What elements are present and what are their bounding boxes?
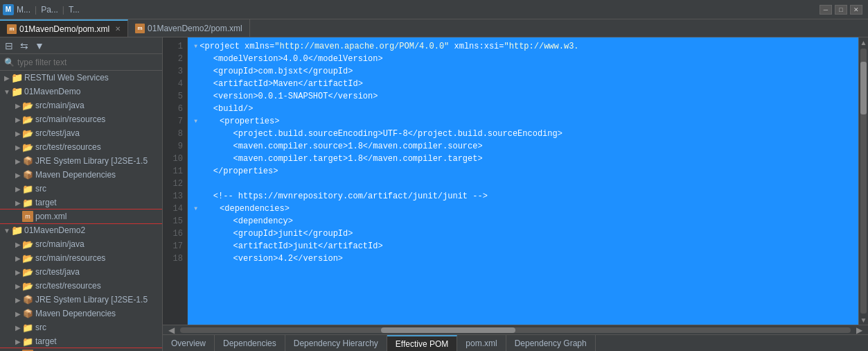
minimize-button[interactable]: ─ [820,5,832,15]
right-scroll-track [860,49,867,314]
sidebar-label-src-test-java2: src/test/java [35,267,80,277]
sidebar-item-src-test-java[interactable]: ▶ 📂 src/test/java [0,126,162,140]
app-title: M... [17,5,30,15]
search-icon: 🔍 [4,58,15,67]
search-box: 🔍 [0,54,162,71]
folder-icon-src-test-res: 📂 [22,142,33,153]
sidebar-item-maven-dep2[interactable]: ▶ 📦 Maven Dependencies [0,307,162,320]
code-line-5: <version>0.0.1-SNAPSHOT</version> [193,90,853,103]
sidebar-item-src2[interactable]: ▶ 📁 src [0,320,162,334]
scroll-right-button[interactable]: ▶ [853,325,865,335]
code-line-11: </properties> [193,165,853,178]
tab-pa[interactable]: Pa... [41,5,58,15]
tree-arrow-src-main-java: ▶ [14,101,22,110]
sidebar-item-src[interactable]: ▶ 📁 src [0,182,162,196]
project-icon-restful: 📁 [11,72,22,83]
sidebar-item-jre-lib2[interactable]: ▶ 📦 JRE System Library [J2SE-1.5 [0,293,162,307]
code-editor[interactable]: ▾<project xmlns="http://maven.apache.org… [188,37,858,325]
sidebar-item-src-main-java[interactable]: ▶ 📂 src/main/java [0,99,162,112]
tree-arrow-01mavendemo2: ▼ [3,226,11,234]
sidebar-item-01mavendemo[interactable]: ▼ 📁 01MavenDemo [0,85,162,99]
collapse-all-button[interactable]: ⊟ [3,40,15,52]
sidebar-item-01mavendemo2[interactable]: ▼ 📁 01MavenDemo2 [0,223,162,237]
tree-arrow-src-test-res: ▶ [14,143,22,151]
folder-icon-src-test-java2: 📂 [22,266,33,277]
sidebar-item-src-main-res[interactable]: ▶ 📂 src/main/resources [0,112,162,126]
tab-dependencies[interactable]: Dependencies [215,335,285,351]
jar-icon-jre: 📦 [22,155,33,166]
tree-arrow-restful: ▶ [3,74,11,82]
editor-tab-1[interactable]: m 01MavenDemo/pom.xml ✕ [0,19,128,37]
folder-icon-src: 📁 [22,183,33,194]
tab-effective-pom[interactable]: Effective POM [387,335,457,351]
bottom-tabs: Overview Dependencies Dependency Hierarc… [163,334,868,351]
folder-icon-src-main-java2: 📂 [22,239,33,250]
line-numbers: 1 2 3 4 5 6 7 8 9 10 11 12 13 14 15 16 1… [163,37,188,325]
sidebar: ⊟ ⇆ ▼ 🔍 ▶ 📁 RESTful Web Services ▼ 📁 01M… [0,37,163,351]
editor-tab-bar: m 01MavenDemo/pom.xml ✕ m 01MavenDemo2/p… [0,19,868,37]
jar-icon-maven2: 📦 [22,308,33,319]
tree-arrow-src-test-res2: ▶ [14,282,22,290]
sidebar-tree: ▶ 📁 RESTful Web Services ▼ 📁 01MavenDemo… [0,71,162,351]
restore-button[interactable]: □ [835,5,847,15]
sidebar-item-src-test-java2[interactable]: ▶ 📂 src/test/java [0,265,162,279]
sidebar-item-src-test-res[interactable]: ▶ 📂 src/test/resources [0,140,162,154]
code-line-15: <dependency> [193,215,853,228]
main-layout: ⊟ ⇆ ▼ 🔍 ▶ 📁 RESTful Web Services ▼ 📁 01M… [0,37,868,351]
sidebar-toolbar: ⊟ ⇆ ▼ [0,37,162,54]
sidebar-item-restful[interactable]: ▶ 📁 RESTful Web Services [0,71,162,85]
editor-tab-1-close[interactable]: ✕ [115,25,121,33]
sidebar-item-maven-dep[interactable]: ▶ 📦 Maven Dependencies [0,168,162,182]
tab-t[interactable]: T... [69,5,80,15]
pom-icon-2: m [135,24,145,33]
sidebar-item-target[interactable]: ▶ 📁 target [0,196,162,209]
sidebar-item-pom2[interactable]: ▶ m pom.xml [0,348,162,351]
code-line-9: <maven.compiler.source>1.8</maven.compil… [193,140,853,153]
app-icon: M [3,4,14,15]
sidebar-item-jre-lib[interactable]: ▶ 📦 JRE System Library [J2SE-1.5 [0,154,162,168]
tree-arrow-target2: ▶ [14,337,22,345]
tab-pom-xml-label: pom.xml [466,339,497,348]
code-line-14: ▾ <dependencies> [193,203,853,215]
jar-icon-jre2: 📦 [22,294,33,305]
folder-icon-src-main-java: 📂 [22,100,33,111]
tree-arrow-src2: ▶ [14,323,22,332]
sidebar-label-maven-dep2: Maven Dependencies [35,309,116,318]
editor-tab-1-label: 01MavenDemo/pom.xml [19,24,109,34]
sidebar-item-src-main-res2[interactable]: ▶ 📂 src/main/resources [0,251,162,265]
tab-pom-xml[interactable]: pom.xml [457,335,506,351]
code-line-16: <groupId>junit</groupId> [193,228,853,240]
editor-tab-2[interactable]: m 01MavenDemo2/pom.xml [128,19,250,37]
tree-arrow-maven-dep: ▶ [14,171,22,179]
tab-dep-hierarchy[interactable]: Dependency Hierarchy [285,335,387,351]
close-button[interactable]: ✕ [850,5,862,15]
tab-effective-pom-label: Effective POM [396,339,448,349]
scroll-left-button[interactable]: ◀ [166,325,177,335]
sidebar-label-src-main-java2: src/main/java [35,239,85,249]
scroll-up-button[interactable]: ▲ [859,37,868,47]
code-line-3: <groupId>com.bjsxt</groupId> [193,65,853,78]
sidebar-label-src-test-res2: src/test/resources [35,281,101,291]
view-menu-button[interactable]: ▼ [33,40,46,52]
jar-icon-maven: 📦 [22,169,33,180]
sidebar-item-src-main-java2[interactable]: ▶ 📂 src/main/java [0,237,162,251]
sidebar-label-target: target [35,198,57,207]
code-line-17: <artifactId>junit</artifactId> [193,240,853,252]
tab-overview[interactable]: Overview [163,335,215,351]
sidebar-item-pom1[interactable]: ▶ m pom.xml [0,209,162,223]
tab-dep-graph[interactable]: Dependency Graph [506,335,596,351]
code-line-10: <maven.compiler.target>1.8</maven.compil… [193,153,853,165]
sidebar-label-01mavendemo2: 01MavenDemo2 [24,225,85,235]
sidebar-item-target2[interactable]: ▶ 📁 target [0,334,162,348]
sidebar-label-jre-lib2: JRE System Library [J2SE-1.5 [35,295,148,305]
code-line-2: <modelVersion>4.0.0</modelVersion> [193,53,853,65]
tree-arrow-src: ▶ [14,185,22,193]
sidebar-item-src-test-res2[interactable]: ▶ 📂 src/test/resources [0,279,162,293]
editor-content: 1 2 3 4 5 6 7 8 9 10 11 12 13 14 15 16 1… [163,37,868,325]
search-input[interactable] [17,58,158,67]
sidebar-label-01mavendemo: 01MavenDemo [24,87,80,96]
h-scroll-thumb [381,327,515,333]
link-editor-button[interactable]: ⇆ [18,40,30,52]
scroll-down-button[interactable]: ▼ [859,315,868,325]
code-line-13: <!-- https://mvnrepository.com/artifact/… [193,190,853,203]
